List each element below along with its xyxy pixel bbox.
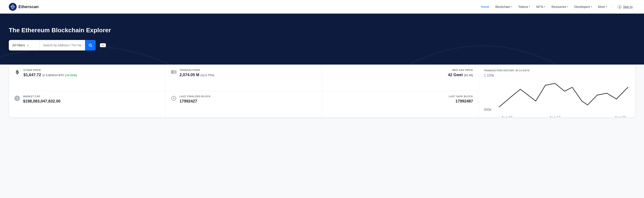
nav-link-tokens[interactable]: Tokens ▾ <box>516 3 533 10</box>
nav-menu: Home Blockchain ▾ Tokens ▾ NFTs ▾ Resour… <box>478 3 635 10</box>
market-cap-info: MARKET CAP $198,083,047,832.00 <box>23 95 60 104</box>
logo-text: Etherscan <box>18 4 39 9</box>
med-gas-cell: MED GAS PRICE 42 Gwei ($1.45) <box>322 65 478 91</box>
last-safe-cell: LAST SAFE BLOCK 17992487 <box>322 91 478 117</box>
svg-point-20 <box>173 98 174 99</box>
search-filter-dropdown[interactable]: All Filters ▾ <box>9 40 40 50</box>
clock-icon <box>171 96 176 102</box>
search-bar: All Filters ▾ <box>9 40 96 50</box>
nav-link-home[interactable]: Home <box>478 3 492 10</box>
stat-col-2: TRANSACTIONS 2,074.05 M (12.2 TPS) <box>166 65 322 117</box>
search-icon <box>88 43 92 47</box>
chart-cell: TRANSACTION HISTORY IN 14 DAYS 1 100k 90… <box>478 65 635 117</box>
nav-item-resources[interactable]: Resources ▾ <box>549 3 571 10</box>
ad-badge: Ad <box>100 43 106 47</box>
svg-point-1 <box>12 6 14 8</box>
last-finalized-cell: LAST FINALIZED BLOCK 17992427 <box>166 91 322 117</box>
navbar: Etherscan Home Blockchain ▾ Tokens ▾ NFT… <box>0 0 644 14</box>
stats-section: ETHER PRICE $1,647.72 @ 0.063514 BTC (+0… <box>0 64 644 126</box>
svg-text:1 100k: 1 100k <box>484 74 494 77</box>
nav-link-nfts[interactable]: NFTs ▾ <box>534 3 548 10</box>
svg-text:900k: 900k <box>484 108 491 112</box>
svg-text:Aug 24: Aug 24 <box>614 116 626 118</box>
svg-line-3 <box>91 46 92 47</box>
chevron-down-icon: ▾ <box>511 6 512 8</box>
ether-price-cell: ETHER PRICE $1,647.72 @ 0.063514 BTC (+0… <box>9 65 166 91</box>
stats-card: ETHER PRICE $1,647.72 @ 0.063514 BTC (+0… <box>9 64 635 118</box>
ether-price-info: ETHER PRICE $1,647.72 @ 0.063514 BTC (+0… <box>24 69 77 77</box>
svg-text:Aug 17: Aug 17 <box>549 116 560 118</box>
nav-item-home[interactable]: Home <box>478 3 492 10</box>
nav-item-nfts[interactable]: NFTs ▾ <box>534 3 548 10</box>
logo-link[interactable]: Etherscan <box>9 3 39 11</box>
hero-title: The Ethereum Blockchain Explorer <box>9 27 635 34</box>
transactions-cell: TRANSACTIONS 2,074.05 M (12.2 TPS) <box>166 65 322 91</box>
signin-link[interactable]: ⊙ Sign In <box>615 3 635 10</box>
ethereum-icon <box>14 69 20 76</box>
transaction-history-chart: 1 100k 900k Aug 10 Aug 17 Aug 24 <box>484 74 630 113</box>
globe-icon <box>14 96 20 102</box>
last-finalized-info: LAST FINALIZED BLOCK 17992427 <box>180 95 211 104</box>
etherscan-logo-icon <box>9 3 17 11</box>
svg-text:Aug 10: Aug 10 <box>501 116 512 118</box>
nav-divider <box>610 4 614 9</box>
transactions-info: TRANSACTIONS 2,074.05 M (12.2 TPS) <box>180 69 214 77</box>
nav-item-signin[interactable]: ⊙ Sign In <box>615 3 635 10</box>
nav-item-blockchain[interactable]: Blockchain ▾ <box>493 3 515 10</box>
nav-link-resources[interactable]: Resources ▾ <box>549 3 571 10</box>
nav-item-developers[interactable]: Developers ▾ <box>572 3 594 10</box>
chevron-down-icon: ▾ <box>591 6 592 8</box>
search-input[interactable] <box>40 40 85 50</box>
stat-col-1: ETHER PRICE $1,647.72 @ 0.063514 BTC (+0… <box>9 65 166 117</box>
stat-col-3: MED GAS PRICE 42 Gwei ($1.45) LAST SAFE … <box>322 65 478 117</box>
hero-inner: The Ethereum Blockchain Explorer All Fil… <box>9 27 635 50</box>
nav-link-developers[interactable]: Developers ▾ <box>572 3 594 10</box>
chevron-down-icon: ▾ <box>529 6 530 8</box>
nav-link-more[interactable]: More ▾ <box>596 3 610 10</box>
chevron-down-icon: ▾ <box>606 6 607 8</box>
nav-item-tokens[interactable]: Tokens ▾ <box>516 3 533 10</box>
nav-item-more[interactable]: More ▾ <box>596 3 610 10</box>
chevron-down-icon: ▾ <box>567 6 568 8</box>
search-button[interactable] <box>85 40 96 50</box>
transactions-icon <box>171 69 176 76</box>
chevron-down-icon: ▾ <box>544 6 546 8</box>
nav-link-blockchain[interactable]: Blockchain ▾ <box>493 3 515 10</box>
user-icon: ⊙ <box>618 5 622 9</box>
market-cap-cell: MARKET CAP $198,083,047,832.00 <box>9 91 166 117</box>
chevron-down-icon: ▾ <box>27 44 28 47</box>
